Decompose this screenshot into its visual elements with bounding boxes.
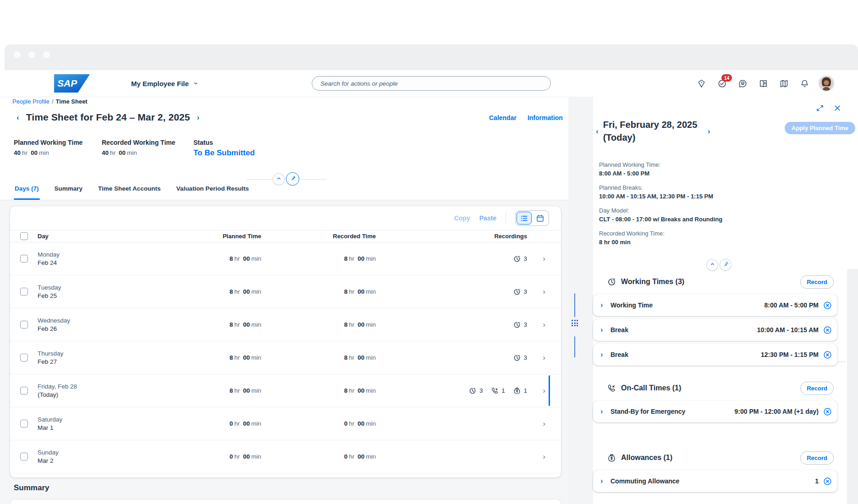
previous-day-chevron-icon[interactable]: ‹	[596, 127, 599, 135]
detail-pair: Recorded Working Time: 8 hr 00 min	[599, 230, 722, 247]
delete-record-icon[interactable]	[823, 350, 832, 360]
sap-logo[interactable]: SAP	[54, 74, 90, 93]
apply-planned-time-button[interactable]: Apply Planned Time	[785, 122, 855, 134]
expand-panel-icon[interactable]	[816, 104, 824, 112]
window-dot	[43, 51, 50, 58]
row-open-chevron-icon[interactable]: ›	[527, 452, 561, 461]
org-map-icon[interactable]	[779, 79, 789, 88]
row-open-chevron-icon[interactable]: ›	[527, 287, 561, 296]
status-value[interactable]: To Be Submitted	[193, 148, 255, 158]
learning-book-icon[interactable]	[759, 79, 768, 88]
planned-time-value: 8hr00min	[188, 354, 261, 361]
expand-row-chevron-icon[interactable]: ›	[600, 326, 610, 334]
record-row[interactable]: › Stand-By for Emergency 9:00 PM - 12:00…	[593, 400, 837, 422]
delete-record-icon[interactable]	[823, 477, 832, 486]
day-name: Thursday	[38, 350, 188, 357]
recorded-time-value: 0hr00min	[261, 420, 376, 427]
expand-row-chevron-icon[interactable]: ›	[600, 351, 610, 359]
day-row[interactable]: Monday Feb 24 8hr00min 8hr00min 3 ›	[10, 242, 561, 275]
recorded-time-value: 8hr00min	[261, 288, 376, 295]
row-open-chevron-icon[interactable]: ›	[527, 353, 561, 362]
delete-record-icon[interactable]	[823, 301, 832, 310]
record-row[interactable]: › Break 12:30 PM - 1:15 PM	[593, 344, 837, 366]
table-header-row: Day Planned Time Recorded Time Recording…	[10, 230, 561, 242]
tab-summary[interactable]: Summary	[54, 183, 84, 200]
day-name: Friday, Feb 28	[38, 383, 188, 390]
day-name: Monday	[38, 251, 188, 258]
call-icon	[607, 383, 616, 393]
row-checkbox[interactable]	[20, 453, 28, 460]
svg-text:SAP: SAP	[57, 78, 77, 88]
record-button[interactable]: Record	[800, 451, 834, 465]
information-link[interactable]: Information	[528, 114, 563, 121]
panel-section: Working Times (3) Record › Working Time …	[593, 275, 837, 366]
expand-row-chevron-icon[interactable]: ›	[600, 407, 610, 416]
record-row[interactable]: › Commuting Allowance 1	[593, 470, 837, 492]
row-open-chevron-icon[interactable]: ›	[527, 386, 561, 395]
panel-scrollbar-track[interactable]	[847, 269, 858, 504]
recordings-cell: 3	[376, 321, 527, 329]
record-row[interactable]: › Working Time 8:00 AM - 5:00 PM	[593, 294, 837, 316]
row-checkbox[interactable]	[20, 354, 28, 362]
planned-time-value: 0hr00min	[188, 420, 261, 427]
expand-row-chevron-icon[interactable]: ›	[600, 477, 610, 485]
day-row[interactable]: Wednesday Feb 26 8hr00min 8hr00min 3 ›	[10, 308, 561, 341]
record-row[interactable]: › Break 10:00 AM - 10:15 AM	[593, 319, 837, 341]
employee-file-label: My Employee File	[131, 80, 189, 88]
avatar[interactable]	[819, 76, 834, 91]
expand-row-chevron-icon[interactable]: ›	[600, 301, 610, 309]
detail-value: 10:00 AM - 10:15 AM, 12:30 PM - 1:15 PM	[599, 192, 722, 201]
tab-valuation-period-results[interactable]: Valuation Period Results	[176, 183, 250, 200]
todo-check-icon[interactable]: 14	[717, 79, 727, 88]
row-checkbox[interactable]	[20, 387, 28, 394]
list-view-button[interactable]	[517, 212, 532, 225]
diamond-icon[interactable]	[697, 79, 706, 88]
notifications-bell-icon[interactable]	[800, 79, 809, 88]
record-value: 10:00 AM - 10:15 AM	[757, 326, 819, 334]
delete-record-icon[interactable]	[823, 407, 832, 416]
paste-button[interactable]: Paste	[479, 214, 496, 222]
copy-button[interactable]: Copy	[454, 214, 470, 222]
record-button[interactable]: Record	[800, 382, 834, 395]
row-checkbox[interactable]	[20, 255, 28, 263]
day-row[interactable]: Thursday Feb 27 8hr00min 8hr00min 3 ›	[10, 341, 561, 374]
day-row[interactable]: Tuesday Feb 25 8hr00min 8hr00min 3 ›	[10, 275, 561, 308]
select-all-checkbox[interactable]	[20, 232, 28, 240]
pin-details-button[interactable]	[720, 259, 732, 271]
tab-days-7[interactable]: Days (7)	[14, 183, 40, 200]
row-checkbox[interactable]	[20, 288, 28, 296]
day-row[interactable]: Friday, Feb 28 (Today) 8hr00min 8hr00min…	[10, 374, 561, 407]
collapse-details-button[interactable]	[706, 259, 718, 271]
tab-time-sheet-accounts[interactable]: Time Sheet Accounts	[97, 183, 162, 200]
moneybag-icon	[513, 387, 521, 395]
calendar-link[interactable]: Calendar	[489, 114, 517, 121]
delete-record-icon[interactable]	[823, 325, 832, 335]
panel-date-line1: Fri, February 28, 2025	[603, 120, 698, 130]
support-chat-icon[interactable]	[738, 79, 748, 88]
calendar-view-button[interactable]	[533, 212, 548, 225]
recording-count: 1	[524, 387, 527, 394]
next-period-chevron-icon[interactable]: ›	[197, 114, 200, 121]
row-open-chevron-icon[interactable]: ›	[527, 320, 561, 329]
record-button[interactable]: Record	[800, 275, 834, 289]
panel-section: Allowances (1) Record › Commuting Allowa…	[593, 451, 837, 492]
day-date: Feb 26	[38, 325, 188, 332]
row-checkbox[interactable]	[20, 420, 28, 427]
employee-file-menu[interactable]: My Employee File	[131, 70, 199, 97]
close-panel-icon[interactable]	[833, 104, 842, 112]
next-day-chevron-icon[interactable]: ›	[708, 127, 710, 135]
row-checkbox[interactable]	[20, 321, 28, 329]
search-bar[interactable]	[312, 76, 551, 91]
day-row[interactable]: Saturday Mar 1 0hr00min 0hr00min ›	[10, 407, 561, 440]
recorded-time-value: 8hr00min	[261, 387, 376, 394]
row-open-chevron-icon[interactable]: ›	[527, 254, 561, 263]
detail-label: Day Model:	[599, 207, 722, 215]
breadcrumb-people-profile[interactable]: People Profile	[12, 98, 50, 105]
panel-splitter[interactable]	[568, 97, 593, 504]
row-open-chevron-icon[interactable]: ›	[527, 419, 561, 428]
day-row[interactable]: Sunday Mar 2 0hr00min 0hr00min ›	[10, 440, 561, 473]
search-input[interactable]	[319, 80, 543, 88]
previous-period-chevron-icon[interactable]: ‹	[16, 114, 19, 121]
recording-count: 3	[524, 321, 527, 328]
splitter-grip-icon[interactable]	[571, 293, 578, 357]
